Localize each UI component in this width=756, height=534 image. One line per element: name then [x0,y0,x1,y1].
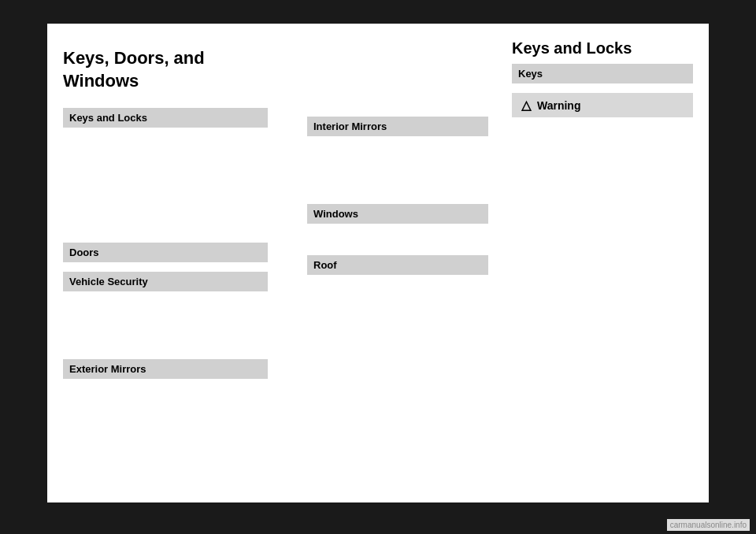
keys-and-locks-header[interactable]: Keys and Locks [63,108,268,128]
roof-header[interactable]: Roof [307,255,488,275]
vehicle-security-header[interactable]: Vehicle Security [63,272,268,291]
interior-mirrors-header[interactable]: Interior Mirrors [307,117,488,136]
right-column: Keys and Locks Keys △ Warning [496,24,709,502]
right-title: Keys and Locks [512,39,693,57]
warning-triangle-icon: △ [521,98,531,113]
left-column: Keys, Doors, and Windows Keys and Locks … [47,24,291,502]
warning-box: △ Warning [512,93,693,117]
exterior-mirrors-header[interactable]: Exterior Mirrors [63,359,268,379]
doors-header[interactable]: Doors [63,243,268,262]
main-title: Keys, Doors, and Windows [63,47,276,92]
keys-section-header[interactable]: Keys [512,64,693,83]
middle-column: Interior Mirrors Windows Roof [291,24,496,502]
warning-label: Warning [537,99,580,112]
windows-header[interactable]: Windows [307,204,488,224]
page-content: Keys, Doors, and Windows Keys and Locks … [47,24,709,502]
watermark: carmanualsonline.info [667,519,750,531]
